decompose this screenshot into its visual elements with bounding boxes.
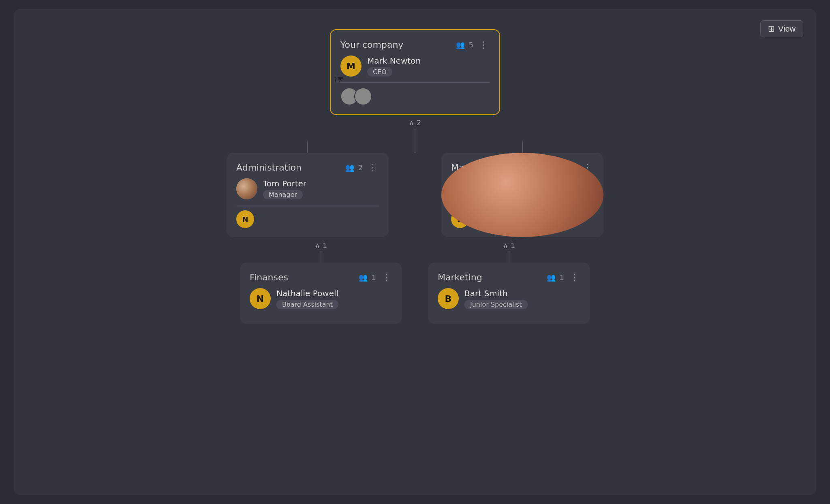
marketing2-title: Marketing bbox=[438, 272, 482, 282]
marketing2-people-icon: 👥 bbox=[547, 273, 556, 282]
finanses-menu[interactable]: ⋮ bbox=[380, 271, 392, 283]
root-card-meta: 👥 5 ⋮ bbox=[456, 39, 490, 51]
h-gap bbox=[415, 141, 415, 153]
root-collapse-btn[interactable]: ∧ 2 bbox=[409, 117, 421, 128]
admin-title: Administration bbox=[236, 162, 302, 173]
tom-avatar bbox=[236, 178, 257, 199]
vline-root bbox=[415, 128, 415, 141]
level1-section: Administration 👥 2 ⋮ Tom Porter M bbox=[227, 141, 603, 237]
admin-divider bbox=[236, 205, 379, 205]
tom-name: Tom Porter bbox=[263, 179, 306, 188]
marketing2-meta: 👥 1 ⋮ bbox=[547, 271, 580, 283]
marketing-card: Marketing 👥 2 ⋮ Marry Roberts Man bbox=[441, 153, 603, 237]
ceo-avatar: M bbox=[340, 56, 362, 77]
tom-info: Tom Porter Manager bbox=[263, 179, 306, 199]
marketing2-count: 1 bbox=[560, 273, 564, 282]
level2-row: Finanses 👥 1 ⋮ N Nathalie Powell Board A… bbox=[240, 263, 590, 324]
left-drop: Administration 👥 2 ⋮ Tom Porter M bbox=[227, 141, 389, 237]
vline-l2-right bbox=[509, 251, 509, 263]
root-card-header: Your company 👥 5 ⋮ bbox=[340, 39, 490, 51]
marketing2-card: Marketing 👥 1 ⋮ B Bart Smith Junior Spec… bbox=[428, 263, 590, 324]
admin-count: 2 bbox=[358, 163, 363, 172]
vline-l2-left bbox=[321, 251, 321, 263]
sub-avatar-2 bbox=[354, 88, 372, 105]
bart-badge: Junior Specialist bbox=[464, 300, 528, 309]
bart-row: B Bart Smith Junior Specialist bbox=[438, 288, 580, 309]
bart-name: Bart Smith bbox=[464, 288, 528, 298]
admin-header: Administration 👥 2 ⋮ bbox=[236, 162, 379, 173]
marry-row: Marry Roberts Manager bbox=[451, 178, 594, 199]
finanses-meta: 👥 1 ⋮ bbox=[359, 271, 392, 283]
app-container: ⊞ View Your company 👥 5 ⋮ M Mark Newton bbox=[14, 9, 816, 495]
admin-menu[interactable]: ⋮ bbox=[367, 162, 379, 173]
finanses-header: Finanses 👥 1 ⋮ bbox=[250, 271, 392, 283]
level1-collapse-row: ∧ 1 ∧ 1 bbox=[240, 239, 590, 263]
root-collapse-chevron: ∧ bbox=[409, 118, 414, 127]
level1-connector-row: Administration 👥 2 ⋮ Tom Porter M bbox=[227, 141, 603, 237]
marketing-collapse-btn[interactable]: ∧ 1 bbox=[503, 239, 516, 251]
view-icon: ⊞ bbox=[768, 24, 775, 34]
nathalie-avatar: N bbox=[250, 288, 271, 309]
tom-badge: Manager bbox=[263, 190, 303, 199]
ceo-row: M Mark Newton CEO bbox=[340, 56, 490, 77]
root-people-count: 5 bbox=[469, 41, 473, 49]
root-divider bbox=[340, 82, 490, 83]
marketing2-menu[interactable]: ⋮ bbox=[568, 271, 580, 283]
marketing-collapse-count: 1 bbox=[511, 241, 515, 250]
bart-info: Bart Smith Junior Specialist bbox=[464, 288, 528, 309]
root-card: Your company 👥 5 ⋮ M Mark Newton CEO bbox=[330, 29, 500, 115]
finanses-title: Finanses bbox=[250, 272, 288, 282]
people-icon: 👥 bbox=[456, 41, 465, 49]
admin-chevron: ∧ bbox=[315, 241, 320, 250]
marketing-chevron: ∧ bbox=[503, 241, 508, 250]
right-drop: Marketing 👥 2 ⋮ Marry Roberts Man bbox=[441, 141, 603, 237]
view-button-label: View bbox=[778, 24, 796, 34]
admin-sub-avatar: N bbox=[236, 210, 254, 228]
tom-row: Tom Porter Manager bbox=[236, 178, 379, 199]
marry-avatar bbox=[451, 178, 472, 199]
org-chart: Your company 👥 5 ⋮ M Mark Newton CEO bbox=[14, 9, 816, 324]
admin-card: Administration 👥 2 ⋮ Tom Porter M bbox=[227, 153, 389, 237]
nathalie-name: Nathalie Powell bbox=[276, 288, 338, 298]
finanses-card: Finanses 👥 1 ⋮ N Nathalie Powell Board A… bbox=[240, 263, 402, 324]
vline-l1-right bbox=[522, 141, 523, 153]
nathalie-row: N Nathalie Powell Board Assistant bbox=[250, 288, 392, 309]
ceo-name: Mark Newton bbox=[367, 56, 421, 66]
finanses-people-icon: 👥 bbox=[359, 273, 368, 282]
root-card-menu[interactable]: ⋮ bbox=[477, 39, 490, 51]
root-collapse-area: ∧ 2 bbox=[409, 117, 421, 141]
finanses-count: 1 bbox=[372, 273, 376, 282]
admin-people-icon: 👥 bbox=[345, 163, 354, 172]
view-button[interactable]: ⊞ View bbox=[760, 20, 803, 37]
admin-meta: 👥 2 ⋮ bbox=[345, 162, 379, 173]
ceo-info: Mark Newton CEO bbox=[367, 56, 421, 77]
bart-avatar: B bbox=[438, 288, 459, 309]
marketing2-header: Marketing 👥 1 ⋮ bbox=[438, 271, 580, 283]
ceo-badge: CEO bbox=[367, 67, 392, 77]
vline-l1-left bbox=[307, 141, 308, 153]
sub-avatar-stack bbox=[340, 88, 490, 105]
nathalie-badge: Board Assistant bbox=[276, 300, 338, 309]
admin-collapse-count: 1 bbox=[323, 241, 327, 250]
root-card-title: Your company bbox=[340, 40, 403, 50]
l1-left-collapse: ∧ 1 bbox=[240, 239, 402, 263]
l1-right-collapse: ∧ 1 bbox=[428, 239, 590, 263]
admin-collapse-btn[interactable]: ∧ 1 bbox=[315, 239, 327, 251]
root-collapse-count: 2 bbox=[417, 118, 421, 127]
nathalie-info: Nathalie Powell Board Assistant bbox=[276, 288, 338, 309]
